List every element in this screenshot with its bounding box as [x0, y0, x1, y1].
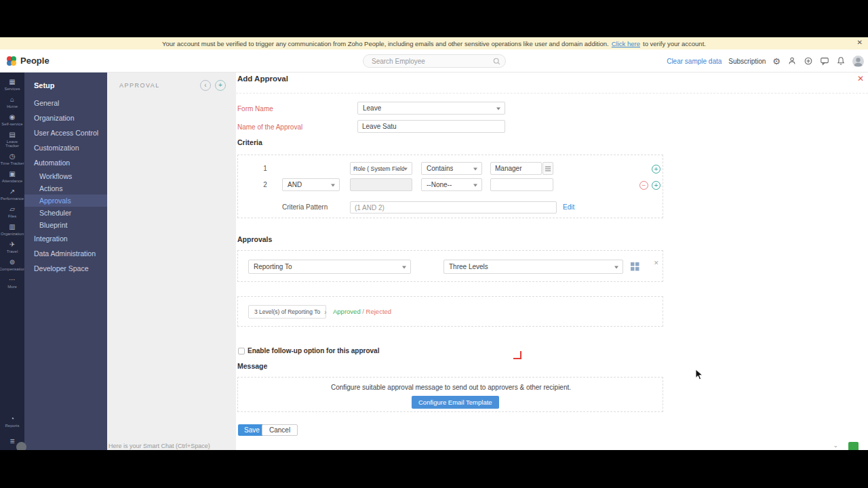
approval-flow-box: 3 Level(s) of Reporting To › Approved / … — [237, 296, 663, 327]
remove-criteria-row-icon[interactable]: − — [639, 181, 648, 190]
criteria-condition-value: Contains — [427, 165, 453, 172]
add-criteria-row-icon[interactable]: + — [652, 181, 660, 190]
banner-close-icon[interactable]: ✕ — [857, 39, 863, 46]
sidebar-item-user-access-control[interactable]: User Access Control — [24, 125, 107, 140]
criteria-operator-select[interactable]: AND — [282, 178, 340, 191]
message-section-title: Message — [237, 362, 267, 370]
compensation-icon: ⊚ — [9, 258, 15, 266]
remove-approver-icon[interactable]: ✕ — [654, 260, 659, 266]
rail-item-travel[interactable]: ✈ Travel — [0, 241, 24, 253]
criteria-pattern-input[interactable] — [350, 201, 557, 214]
criteria-pattern-label: Criteria Pattern — [282, 201, 328, 214]
criteria-field-value: Role ( System Fields ) — [353, 165, 404, 172]
reports-icon: ◔ — [10, 415, 14, 423]
verify-link[interactable]: Click here — [612, 40, 640, 47]
sidebar-item-approvals[interactable]: Approvals — [24, 195, 107, 207]
sidebar-item-organization[interactable]: Organization — [24, 110, 107, 125]
criteria-condition-value: --None-- — [427, 181, 452, 188]
rail-item-services[interactable]: ▦ Services — [0, 78, 24, 91]
criteria-field-input-disabled[interactable] — [350, 178, 412, 191]
page-title: Add Approval — [237, 75, 288, 83]
criteria-field-select[interactable]: Role ( System Fields ) — [350, 162, 412, 175]
files-icon: ▱ — [9, 205, 15, 214]
value-lookup-button[interactable] — [542, 162, 553, 175]
settings-gear-icon[interactable]: ⚙ — [772, 57, 781, 66]
rail-item-performance[interactable]: ↗ Performance — [0, 188, 24, 201]
sidebar-item-actions[interactable]: Actions — [24, 182, 107, 195]
form-name-select[interactable]: Leave — [357, 102, 505, 115]
close-form-icon[interactable]: ✕ — [857, 74, 864, 83]
approval-name-input[interactable] — [357, 120, 505, 133]
approver-matrix-icon[interactable] — [631, 262, 639, 271]
rail-item-leave-tracker[interactable]: ▤ Leave Tracker — [0, 131, 24, 148]
rail-item-files[interactable]: ▱ Files — [0, 205, 24, 218]
home-icon: ⌂ — [10, 96, 14, 104]
profile-avatar[interactable] — [852, 56, 864, 67]
rail-item-self-service[interactable]: ◉ Self-service — [0, 113, 24, 126]
approver-levels-select[interactable]: Three Levels — [443, 260, 623, 274]
chat-collapse-icon[interactable]: ⌄ — [833, 442, 838, 449]
rail-item-attendance[interactable]: ▣ Attendance — [0, 170, 24, 183]
banner-suffix: to verify your account. — [643, 40, 706, 47]
add-approval-button[interactable]: + — [215, 80, 226, 91]
rail-item-reports[interactable]: ◔ Reports — [0, 415, 24, 428]
criteria-value-input[interactable] — [490, 162, 542, 175]
search-input[interactable] — [372, 58, 492, 65]
criteria-row-number: 1 — [260, 162, 270, 175]
clear-sample-data-link[interactable]: Clear sample data — [667, 58, 722, 65]
add-criteria-row-icon[interactable]: + — [652, 165, 660, 174]
sidebar-item-scheduler[interactable]: Scheduler — [24, 207, 107, 219]
subscription-link[interactable]: Subscription — [728, 58, 766, 65]
edit-pattern-link[interactable]: Edit — [563, 201, 574, 214]
banner-text: Your account must be verified to trigger… — [162, 40, 609, 47]
rail-label: Self-service — [1, 122, 22, 126]
approver-type-select[interactable]: Reporting To — [248, 260, 411, 274]
followup-checkbox[interactable] — [238, 348, 245, 354]
criteria-section-title: Criteria — [237, 138, 262, 146]
user-icon[interactable] — [787, 56, 797, 66]
rail-label: Home — [7, 104, 18, 108]
smart-chat-text[interactable]: Here is your Smart Chat (Ctrl+Space) — [108, 443, 210, 449]
zoho-logo-icon — [5, 55, 18, 67]
sidebar-item-developer-space[interactable]: Developer Space — [24, 261, 107, 276]
configure-email-template-button[interactable]: Configure Email Template — [412, 396, 499, 409]
criteria-condition-select[interactable]: Contains — [421, 162, 482, 175]
app-window: Your account must be verified to trigger… — [0, 37, 868, 450]
leave-tracker-icon: ▤ — [9, 131, 15, 139]
notifications-bell-icon[interactable] — [836, 56, 846, 66]
add-icon[interactable] — [804, 56, 813, 66]
criteria-value-input[interactable] — [490, 178, 553, 191]
red-annotation-mark — [513, 351, 521, 359]
rail-label: Leave Tracker — [0, 140, 24, 148]
rail-item-compensation[interactable]: ⊚ Compensation — [0, 258, 24, 271]
rail-label: Files — [8, 214, 17, 218]
rail-item-organization[interactable]: ▥ Organization — [0, 223, 24, 236]
sidebar-item-automation[interactable]: Automation — [24, 155, 107, 170]
collapse-panel-button[interactable]: ‹ — [200, 80, 211, 91]
cancel-button[interactable]: Cancel — [262, 424, 298, 436]
setup-title: Setup — [24, 73, 107, 96]
verification-banner: Your account must be verified to trigger… — [0, 37, 868, 49]
approver-type-value: Reporting To — [254, 263, 292, 270]
approvers-box: Reporting To Three Levels ✕ — [237, 250, 663, 282]
sidebar-item-blueprint[interactable]: Blueprint — [24, 219, 107, 231]
more-icon: ⋯ — [9, 276, 16, 284]
sidebar-item-workflows[interactable]: Workflows — [24, 170, 107, 182]
attendance-icon: ▣ — [9, 170, 15, 178]
rail-item-home[interactable]: ⌂ Home — [0, 96, 24, 108]
sidebar-item-integration[interactable]: Integration — [24, 231, 107, 246]
approval-name-label: Name of the Approval — [237, 121, 302, 134]
sidebar-item-data-administration[interactable]: Data Administration — [24, 246, 107, 261]
time-tracker-icon: ◷ — [9, 152, 16, 161]
self-service-icon: ◉ — [9, 113, 16, 121]
chat-avatar[interactable] — [16, 442, 26, 450]
criteria-condition-select[interactable]: --None-- — [421, 178, 482, 191]
rail-item-time-tracker[interactable]: ◷ Time Tracker — [0, 152, 24, 165]
sidebar-item-customization[interactable]: Customization — [24, 140, 107, 155]
sidebar-item-general[interactable]: General — [24, 96, 107, 110]
rail-item-more[interactable]: ⋯ More — [0, 276, 24, 289]
chat-launcher-icon[interactable] — [848, 442, 859, 450]
feedback-chat-icon[interactable] — [820, 56, 829, 66]
search-box[interactable] — [363, 54, 506, 68]
approval-panel-title: APPROVAL — [119, 82, 160, 89]
